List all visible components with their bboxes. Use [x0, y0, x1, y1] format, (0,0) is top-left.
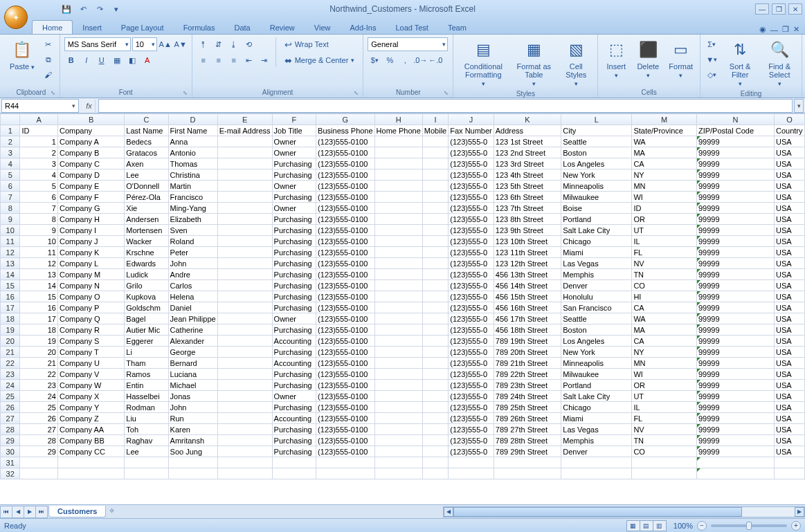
decrease-decimal-icon[interactable]: ←.0: [428, 53, 442, 67]
tab-add-ins[interactable]: Add-Ins: [340, 21, 386, 34]
cell[interactable]: Company CC: [57, 446, 124, 457]
tab-review[interactable]: Review: [260, 21, 305, 34]
cell[interactable]: TN: [632, 269, 697, 280]
cell[interactable]: [374, 136, 422, 147]
row-header[interactable]: 22: [1, 358, 20, 369]
cell[interactable]: [374, 391, 422, 402]
tab-page-layout[interactable]: Page Layout: [111, 21, 174, 34]
cell[interactable]: [422, 169, 448, 181]
cell[interactable]: [422, 214, 448, 225]
cell[interactable]: 789 20th Street: [494, 347, 561, 358]
cell[interactable]: 456 18th Street: [494, 324, 561, 336]
cell[interactable]: [217, 391, 272, 402]
qat-customize-icon[interactable]: ▾: [109, 2, 123, 16]
cell[interactable]: USA: [775, 158, 805, 169]
cell[interactable]: IL: [632, 236, 697, 247]
cell[interactable]: (123)555-0100: [316, 258, 375, 269]
cell[interactable]: 456 15th Street: [494, 291, 561, 302]
cell[interactable]: 29: [20, 446, 58, 457]
column-header[interactable]: A: [20, 114, 58, 125]
cell[interactable]: [422, 358, 448, 369]
cell[interactable]: 123 4th Street: [494, 169, 561, 181]
cell[interactable]: HI: [632, 291, 697, 302]
cell[interactable]: Owner: [272, 147, 316, 158]
italic-button[interactable]: I: [80, 53, 93, 67]
shrink-font-icon[interactable]: A▼: [174, 37, 188, 51]
cell[interactable]: 123 12th Street: [494, 258, 561, 269]
cell[interactable]: Bedecs: [125, 136, 168, 147]
align-right-icon[interactable]: ≡: [227, 53, 241, 67]
cell[interactable]: [374, 225, 422, 236]
increase-indent-icon[interactable]: ⇥: [257, 53, 271, 67]
cell[interactable]: USA: [775, 424, 805, 435]
cell[interactable]: Chicago: [561, 236, 632, 247]
cell[interactable]: USA: [775, 402, 805, 413]
cell[interactable]: Purchasing: [272, 269, 316, 280]
cell[interactable]: 789 27th Street: [494, 424, 561, 435]
cell[interactable]: 99999: [696, 181, 774, 192]
cell[interactable]: [316, 468, 375, 479]
cell[interactable]: [422, 446, 448, 457]
cell[interactable]: Company D: [57, 169, 124, 181]
cut-icon[interactable]: ✂: [42, 37, 55, 51]
help-icon[interactable]: ◉: [759, 25, 766, 34]
cell[interactable]: 99999: [696, 435, 774, 446]
cell[interactable]: [422, 258, 448, 269]
cell[interactable]: WA: [632, 313, 697, 324]
tab-view[interactable]: View: [305, 21, 341, 34]
cell[interactable]: (123)555-0: [449, 247, 494, 258]
align-bottom-icon[interactable]: ⭳: [227, 37, 241, 51]
cell[interactable]: [217, 435, 272, 446]
cell[interactable]: [217, 347, 272, 358]
cell[interactable]: (123)555-0: [449, 324, 494, 336]
cell[interactable]: [374, 291, 422, 302]
cell[interactable]: (123)555-0: [449, 302, 494, 313]
cell[interactable]: Fax Number: [449, 125, 494, 136]
cell[interactable]: FL: [632, 247, 697, 258]
cell[interactable]: [422, 302, 448, 313]
cell[interactable]: 5: [20, 181, 58, 192]
font-size-combo[interactable]: 10: [132, 37, 157, 51]
cell[interactable]: Purchasing: [272, 446, 316, 457]
cell[interactable]: [217, 236, 272, 247]
cell[interactable]: Michael: [168, 380, 217, 391]
cell[interactable]: 4: [20, 169, 58, 181]
cell[interactable]: Accounting: [272, 358, 316, 369]
cell[interactable]: 456 13th Street: [494, 269, 561, 280]
cell[interactable]: State/Province: [632, 125, 697, 136]
cell[interactable]: (123)555-0: [449, 192, 494, 203]
cell[interactable]: OR: [632, 380, 697, 391]
cell[interactable]: Chicago: [561, 402, 632, 413]
cell[interactable]: 99999: [696, 169, 774, 181]
cell[interactable]: Company B: [57, 147, 124, 158]
cell[interactable]: Purchasing: [272, 435, 316, 446]
cell[interactable]: [217, 336, 272, 347]
clear-icon[interactable]: ◇: [705, 68, 718, 82]
cell[interactable]: [217, 280, 272, 291]
cell[interactable]: USA: [775, 380, 805, 391]
cell[interactable]: 789 23th Street: [494, 380, 561, 391]
cell[interactable]: (123)555-0100: [316, 369, 375, 380]
cell[interactable]: 99999: [696, 402, 774, 413]
cell[interactable]: [217, 247, 272, 258]
cell[interactable]: [217, 358, 272, 369]
cell[interactable]: (123)555-0100: [316, 424, 375, 435]
fx-icon[interactable]: fx: [83, 100, 96, 112]
cell[interactable]: (123)555-0: [449, 147, 494, 158]
cell[interactable]: (123)555-0: [449, 291, 494, 302]
cell[interactable]: [272, 468, 316, 479]
undo-icon[interactable]: ↶: [76, 2, 90, 16]
cell[interactable]: 789 22th Street: [494, 369, 561, 380]
cell[interactable]: 123 11th Street: [494, 247, 561, 258]
cell[interactable]: (123)555-0100: [316, 446, 375, 457]
cell[interactable]: Thomas: [168, 158, 217, 169]
cell[interactable]: (123)555-0100: [316, 169, 375, 181]
cell[interactable]: Company T: [57, 347, 124, 358]
cell[interactable]: [696, 468, 774, 479]
column-header[interactable]: J: [449, 114, 494, 125]
cell[interactable]: USA: [775, 225, 805, 236]
cell[interactable]: 789 25th Street: [494, 402, 561, 413]
row-header[interactable]: 10: [1, 225, 20, 236]
cell[interactable]: Ming-Yang: [168, 203, 217, 214]
cell[interactable]: Company Q: [57, 313, 124, 324]
